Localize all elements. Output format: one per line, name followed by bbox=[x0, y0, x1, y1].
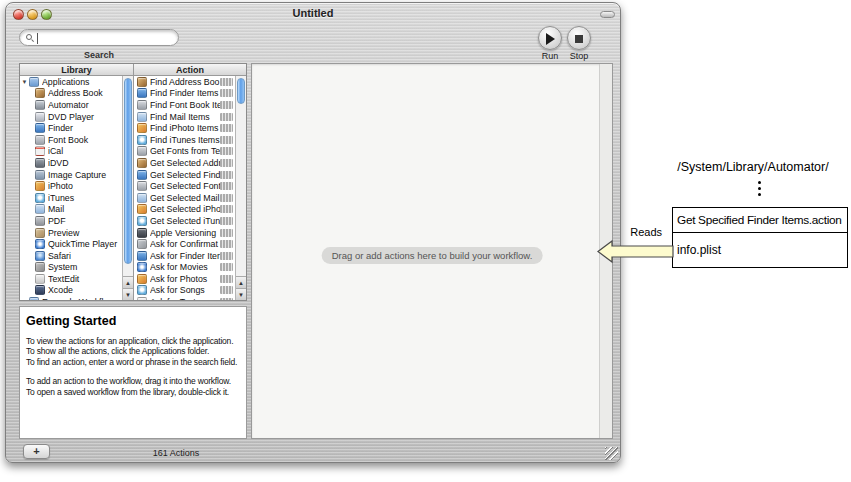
library-item-label: PDF bbox=[48, 216, 122, 226]
library-scrollbar[interactable]: ▲ ▼ bbox=[122, 76, 133, 300]
library-item[interactable]: Font Book bbox=[20, 134, 122, 146]
library-item[interactable]: TextEdit bbox=[20, 273, 122, 285]
action-item[interactable]: Get Selected Addr bbox=[134, 157, 235, 169]
action-items: Find Address Boo Find Finder Items bbox=[134, 76, 235, 300]
action-item[interactable]: Ask for Text bbox=[134, 296, 235, 300]
library-item[interactable]: DVD Player bbox=[20, 111, 122, 123]
action-item[interactable]: Ask for Songs bbox=[134, 285, 235, 297]
truncation-stripes bbox=[220, 194, 233, 202]
action-item[interactable]: Find Finder Items bbox=[134, 88, 235, 100]
scroll-down-icon[interactable]: ▼ bbox=[236, 288, 246, 300]
action-item[interactable]: Get Selected iPhot bbox=[134, 204, 235, 216]
resize-grip-icon[interactable] bbox=[605, 447, 618, 460]
stop-button[interactable] bbox=[567, 26, 591, 50]
truncation-stripes bbox=[220, 275, 233, 283]
library-item[interactable]: Image Capture bbox=[20, 169, 122, 181]
action-item-label: Ask for Text bbox=[150, 297, 220, 300]
library-scrollbar-thumb[interactable] bbox=[124, 78, 132, 264]
info-plist-label: info.plist bbox=[673, 233, 847, 267]
library-item-label: iPhoto bbox=[48, 181, 122, 191]
action-item[interactable]: Find Font Book Ite bbox=[134, 99, 235, 111]
getting-started-panel: Getting Started To view the actions for … bbox=[19, 306, 247, 439]
library-item[interactable]: Automator bbox=[20, 99, 122, 111]
action-bundle-box: Get Specified Finder Items.action info.p… bbox=[672, 207, 848, 268]
library-item[interactable]: iTunes bbox=[20, 192, 122, 204]
getting-started-line: To view the actions for an application, … bbox=[26, 336, 240, 346]
library-item[interactable]: PDF bbox=[20, 215, 122, 227]
truncation-stripes bbox=[220, 101, 233, 109]
search-input[interactable] bbox=[19, 29, 179, 46]
library-item[interactable]: Safari bbox=[20, 250, 122, 262]
address-book-icon bbox=[137, 77, 147, 87]
library-item-example-workflows[interactable]: ▶ Example Workflows bbox=[20, 296, 122, 300]
action-item[interactable]: Find Mail Items bbox=[134, 111, 235, 123]
action-item-label: Find Finder Items bbox=[150, 88, 220, 98]
action-item[interactable]: Ask for Confirmat bbox=[134, 238, 235, 250]
add-workflow-button[interactable]: + bbox=[23, 444, 50, 459]
library-item-applications[interactable]: ▼ Applications bbox=[20, 76, 122, 88]
dvd-player-icon bbox=[35, 112, 45, 122]
action-item[interactable]: Apple Versioning bbox=[134, 227, 235, 239]
toolbar-toggle-button[interactable] bbox=[600, 11, 615, 18]
action-bundle-title: Get Specified Finder Items.action bbox=[673, 208, 847, 233]
finder-icon bbox=[137, 88, 147, 98]
library-item[interactable]: Finder bbox=[20, 122, 122, 134]
action-item[interactable]: Ask for Movies bbox=[134, 262, 235, 274]
library-item[interactable]: Address Book bbox=[20, 88, 122, 100]
action-item-label: Get Fonts from Te bbox=[150, 146, 220, 156]
font-book-icon bbox=[137, 181, 147, 191]
workflow-canvas[interactable]: Drag or add actions here to build your w… bbox=[251, 63, 613, 439]
library-item[interactable]: QuickTime Player bbox=[20, 238, 122, 250]
action-item[interactable]: Find iTunes Items bbox=[134, 134, 235, 146]
actions-count: 161 Actions bbox=[76, 448, 276, 458]
textedit-icon bbox=[137, 297, 147, 300]
library-item-label: iDVD bbox=[48, 158, 122, 168]
action-item[interactable]: Find Address Boo bbox=[134, 76, 235, 88]
scroll-down-icon[interactable]: ▼ bbox=[123, 288, 133, 300]
iphoto-icon bbox=[137, 123, 147, 133]
action-item-label: Get Selected iPhot bbox=[150, 204, 220, 214]
action-column-header[interactable]: Action bbox=[134, 64, 246, 76]
mail-icon bbox=[137, 112, 147, 122]
disclosure-open-icon[interactable]: ▼ bbox=[20, 79, 29, 85]
mail-icon bbox=[35, 204, 45, 214]
action-item[interactable]: Get Selected Finde bbox=[134, 169, 235, 181]
action-item-label: Find iTunes Items bbox=[150, 135, 220, 145]
library-item[interactable]: Preview bbox=[20, 227, 122, 239]
applications-folder-icon bbox=[29, 77, 39, 87]
library-item[interactable]: System bbox=[20, 262, 122, 274]
run-button[interactable] bbox=[538, 26, 562, 50]
library-item[interactable]: iDVD bbox=[20, 157, 122, 169]
library-column-header[interactable]: Library bbox=[20, 64, 133, 76]
action-item[interactable]: Ask for Photos bbox=[134, 273, 235, 285]
address-book-icon bbox=[137, 158, 147, 168]
library-item[interactable]: iPhoto bbox=[20, 180, 122, 192]
disclosure-closed-icon[interactable]: ▶ bbox=[20, 299, 29, 300]
scroll-up-icon[interactable]: ▲ bbox=[236, 276, 246, 288]
truncation-stripes bbox=[220, 298, 233, 300]
action-item[interactable]: Get Selected Font bbox=[134, 180, 235, 192]
action-scrollbar-thumb[interactable] bbox=[237, 78, 245, 104]
truncation-stripes bbox=[220, 240, 233, 248]
library-item[interactable]: iCal bbox=[20, 146, 122, 158]
library-item[interactable]: Xcode bbox=[20, 285, 122, 297]
action-item[interactable]: Get Selected Mail bbox=[134, 192, 235, 204]
action-item[interactable]: Get Selected iTun bbox=[134, 215, 235, 227]
action-list: Find Address Boo Find Finder Items bbox=[134, 76, 235, 300]
action-item[interactable]: Ask for Finder Iter bbox=[134, 250, 235, 262]
library-item-label: Font Book bbox=[48, 135, 122, 145]
action-item-label: Get Selected Addr bbox=[150, 158, 220, 168]
action-item[interactable]: Get Fonts from Te bbox=[134, 146, 235, 158]
truncation-stripes bbox=[220, 229, 233, 237]
library-item[interactable]: Mail bbox=[20, 204, 122, 216]
library-item-label: DVD Player bbox=[48, 112, 122, 122]
library-item-label: Preview bbox=[48, 228, 122, 238]
scroll-up-icon[interactable]: ▲ bbox=[123, 276, 133, 288]
iphoto-icon bbox=[35, 181, 45, 191]
action-scrollbar[interactable]: ▲ ▼ bbox=[235, 76, 246, 300]
window-titlebar[interactable]: Untitled bbox=[6, 3, 620, 25]
action-item[interactable]: Find iPhoto Items bbox=[134, 122, 235, 134]
truncation-stripes bbox=[220, 124, 233, 132]
library-item-label: Address Book bbox=[48, 88, 122, 98]
getting-started-line: To find an action, enter a word or phras… bbox=[26, 357, 240, 367]
